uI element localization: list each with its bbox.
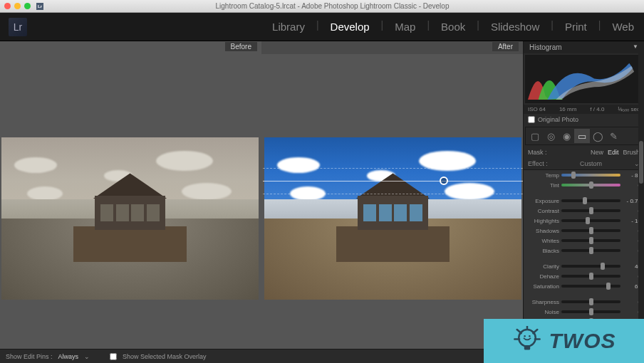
nav-develop[interactable]: Develop	[329, 19, 371, 34]
slider-temp[interactable]: Temp - 86	[524, 170, 644, 180]
slider-thumb[interactable]	[571, 172, 576, 179]
brush-tool-icon[interactable]: ✎	[606, 129, 621, 143]
slider-dehaze[interactable]: Dehaze 0	[524, 271, 644, 281]
nav-separator: |	[381, 19, 384, 34]
develop-right-panel: Histogram ▼ ISO 64 16 mm f / 4.0 ¹⁄₂₅₀₀ …	[523, 41, 644, 349]
slider-thumb[interactable]	[583, 197, 587, 204]
slider-highlights[interactable]: Highlights - 10	[524, 216, 644, 226]
nav-separator: |	[477, 19, 479, 34]
slider-contrast[interactable]: Contrast 0	[524, 206, 644, 216]
nav-separator: |	[551, 19, 554, 34]
svg-point-2	[524, 335, 526, 337]
nav-print[interactable]: Print	[564, 19, 588, 34]
slider-thumb[interactable]	[589, 207, 593, 214]
scrollbar-thumb[interactable]	[639, 141, 643, 184]
nav-book[interactable]: Book	[440, 19, 467, 34]
mask-overlay-label: Show Selected Mask Overlay	[123, 353, 207, 360]
slider-blacks[interactable]: Blacks 0	[524, 246, 644, 256]
slider-tint[interactable]: Tint 0	[524, 180, 644, 190]
mask-label: Mask :	[528, 149, 547, 156]
slider-saturation[interactable]: Saturation 61	[524, 281, 644, 291]
slider-thumb[interactable]	[586, 217, 590, 224]
nav-separator: |	[598, 19, 601, 34]
lightbulb-icon	[512, 326, 542, 356]
histogram-header[interactable]: Histogram ▼	[524, 41, 644, 53]
before-photo	[1, 137, 259, 299]
slider-sharpness[interactable]: Sharpness 0	[524, 297, 644, 307]
histogram-title: Histogram	[529, 43, 562, 51]
collapse-icon: ▼	[633, 43, 638, 51]
mask-new-button[interactable]: New	[591, 149, 603, 156]
sliders-section: Temp - 86 Tint 0 Exposure - 0.78 Contras…	[524, 169, 644, 337]
nav-slideshow[interactable]: Slideshow	[489, 19, 541, 34]
slider-thumb[interactable]	[589, 227, 593, 234]
hist-focal: 16 mm	[559, 106, 576, 112]
slider-thumb[interactable]	[589, 273, 593, 280]
slider-shadows[interactable]: Shadows 0	[524, 226, 644, 236]
original-photo-checkbox[interactable]	[528, 116, 535, 123]
main-area: Before After	[0, 41, 644, 349]
slider-thumb[interactable]	[589, 237, 593, 244]
show-edit-pins-label: Show Edit Pins :	[6, 353, 53, 360]
app-header: Lr Adobe Photoshop Lightroom Classic CC …	[0, 13, 644, 41]
slider-clarity[interactable]: Clarity 40	[524, 261, 644, 271]
before-label-wrap: Before	[0, 41, 261, 54]
slider-whites[interactable]: Whites 0	[524, 236, 644, 246]
after-label: After	[492, 42, 519, 51]
lightroom-logo-icon: Lr	[9, 18, 27, 36]
slider-thumb[interactable]	[606, 283, 611, 290]
dropdown-icon[interactable]: ⌄	[84, 353, 90, 360]
nav-separator: |	[427, 19, 430, 34]
mask-brush-button[interactable]: Brush	[623, 149, 640, 156]
mask-mode-row: Mask : New Edit Brush	[524, 147, 644, 158]
nav-separator: |	[316, 19, 319, 34]
slider-thumb[interactable]	[589, 308, 593, 315]
graduated-filter-tool-icon[interactable]: ▭	[574, 129, 590, 143]
effect-value[interactable]: Custom	[580, 160, 602, 167]
before-label: Before	[225, 42, 257, 51]
slider-noise[interactable]: Noise 0	[524, 307, 644, 317]
after-label-wrap: After	[261, 41, 523, 54]
hist-iso: ISO 64	[528, 106, 546, 112]
svg-point-3	[529, 335, 531, 337]
twos-text: TWOS	[549, 329, 616, 353]
twos-watermark-badge: TWOS	[484, 319, 644, 363]
histogram-display[interactable]	[525, 55, 643, 103]
before-after-labels: Before After	[0, 41, 523, 54]
radial-filter-tool-icon[interactable]: ◯	[590, 129, 606, 143]
slider-thumb[interactable]	[589, 182, 593, 189]
after-photo	[264, 137, 521, 299]
slider-thumb[interactable]	[601, 263, 605, 270]
local-adjustment-tools: ▢ ◎ ◉ ▭ ◯ ✎	[525, 127, 643, 145]
after-pane[interactable]	[263, 54, 523, 349]
original-photo-label: Original Photo	[538, 116, 578, 123]
panel-scrollbar[interactable]	[638, 41, 644, 349]
slider-thumb[interactable]	[589, 298, 593, 305]
redeye-tool-icon[interactable]: ◉	[559, 129, 574, 143]
edit-pins-mode[interactable]: Always	[58, 353, 79, 360]
svg-rect-1	[524, 345, 529, 350]
crop-tool-icon[interactable]: ▢	[527, 129, 543, 143]
slider-exposure[interactable]: Exposure - 0.78	[524, 196, 644, 206]
nav-web[interactable]: Web	[611, 19, 635, 34]
effect-header: Effect : Custom ⌄	[524, 158, 644, 169]
hist-shutter: ¹⁄₂₅₀₀ sec	[618, 106, 640, 112]
original-photo-toggle[interactable]: Original Photo	[524, 114, 644, 125]
nav-library[interactable]: Library	[271, 19, 306, 34]
mask-edit-button[interactable]: Edit	[608, 149, 619, 156]
nav-map[interactable]: Map	[393, 19, 417, 34]
slider-thumb[interactable]	[589, 247, 593, 254]
before-pane[interactable]	[0, 54, 260, 349]
preview-area: Before After	[0, 41, 523, 349]
hist-aperture: f / 4.0	[590, 106, 604, 112]
spot-tool-icon[interactable]: ◎	[543, 129, 559, 143]
module-nav: Library | Develop | Map | Book | Slidesh…	[271, 19, 635, 34]
histogram-info: ISO 64 16 mm f / 4.0 ¹⁄₂₅₀₀ sec	[524, 105, 644, 114]
effect-label: Effect :	[528, 160, 548, 167]
mask-overlay-checkbox[interactable]	[110, 353, 117, 360]
